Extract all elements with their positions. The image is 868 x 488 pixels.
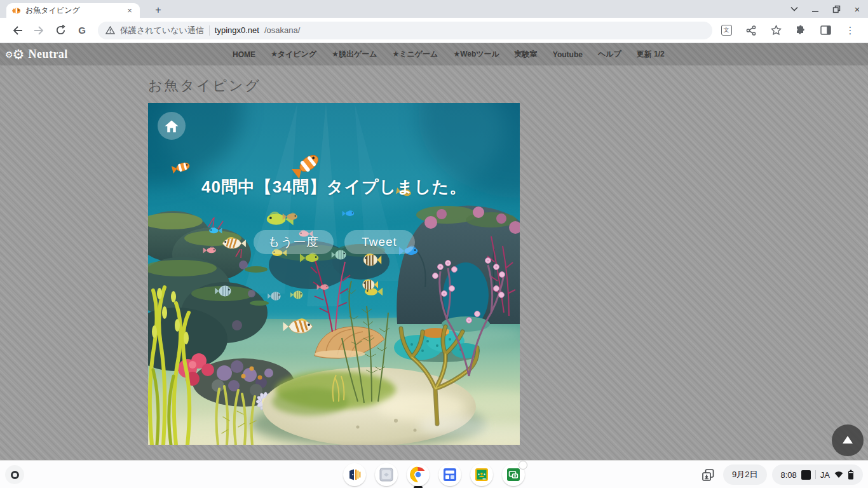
gray-tile-app-icon [379,467,394,482]
tweet-button[interactable]: Tweet [344,230,415,254]
nav-item-escape-game[interactable]: ★脱出ゲーム [332,49,377,60]
app-chrome[interactable] [407,463,430,486]
toolbar-actions: 文 ⋮ [719,23,862,38]
site-logo[interactable]: ⚙ ⚙ Neutral [5,47,68,62]
site-menu: HOME ★タイピング ★脱出ゲーム ★ミニゲーム ★Webツール 実験室 Yo… [233,43,665,65]
nav-item-youtube[interactable]: Youtube [553,50,583,59]
url-host: typingx0.net [215,25,259,35]
nav-item-updates[interactable]: 更新 1/2 [637,49,665,60]
restore-button[interactable] [832,4,841,13]
url-path: /osakana/ [264,25,300,35]
chrome-icon [410,466,426,483]
gear-large-icon: ⚙ [13,47,25,62]
tab-search-chevron-icon[interactable] [790,4,799,13]
forward-icon[interactable] [30,22,48,39]
nav-item-help[interactable]: ヘルプ [598,49,621,60]
address-bar[interactable]: 保護されていない通信 typingx0.net /osakana/ [98,22,712,39]
tote-tray-icon [702,468,715,482]
not-secure-warning-icon[interactable] [105,26,115,34]
app-classroom[interactable] [470,463,493,486]
holding-space-button[interactable] [698,464,718,485]
nav-item-mini-game[interactable]: ★ミニゲーム [393,49,438,60]
bookmark-star-icon[interactable] [768,23,783,38]
nav-item-home[interactable]: HOME [233,50,255,59]
result-buttons: もう一度 Tweet [148,230,520,254]
browser-toolbar: G 保護されていない通信 typingx0.net /osakana/ 文 [0,18,868,43]
page-content: お魚タイピング [0,65,868,460]
page-title: お魚タイピング [148,76,261,95]
extensions-puzzle-icon[interactable] [793,23,808,38]
classroom-icon [474,467,489,482]
status-pill[interactable]: 8:08 JA [772,464,863,485]
wifi-icon [834,471,843,478]
shelf-apps [343,463,525,486]
underwater-scene [148,103,520,445]
new-tab-button[interactable]: + [151,4,165,18]
game-canvas: 40問中【34問】タイプしました。 もう一度 Tweet [148,103,520,445]
minimize-button[interactable] [811,4,820,13]
retry-button[interactable]: もう一度 [254,230,334,254]
scroll-to-top-button[interactable] [832,424,864,456]
back-icon[interactable] [8,22,26,39]
nav-item-typing[interactable]: ★タイピング [271,49,316,60]
chromeos-screen: お魚タイピング × + × G [0,0,868,488]
app-door-blue-yellow[interactable] [343,463,366,486]
game-home-button[interactable] [158,112,186,140]
nav-item-lab[interactable]: 実験室 [515,49,538,60]
tray-divider [815,470,816,479]
reload-icon[interactable] [51,22,69,39]
tab-favicon-clownfish-icon [11,7,21,15]
tab-strip: お魚タイピング × + × [0,0,868,18]
security-label: 保護されていない通信 [120,25,204,36]
app-gray-tile[interactable] [375,463,398,486]
notification-square-icon [801,470,811,480]
door-app-icon [347,467,362,482]
window-controls: × [790,0,864,18]
tab-close-icon[interactable]: × [125,6,135,16]
google-g-icon[interactable]: G [73,22,91,39]
launcher-ring-icon [11,471,19,479]
omnibox-divider [209,25,210,36]
brand-name: Neutral [28,48,67,61]
home-icon [164,119,179,133]
result-text: 40問中【34問】タイプしました。 [148,176,520,198]
clock-label: 8:08 [781,470,797,480]
system-tray: 9月2日 8:08 JA [698,464,863,485]
triangle-up-icon [843,436,853,444]
blue-layout-app-icon [442,467,458,482]
browser-menu-icon[interactable]: ⋮ [843,23,858,38]
side-panel-icon[interactable] [818,23,833,38]
screenshare-app-icon [506,467,521,482]
ime-label: JA [820,470,830,480]
app-screenshare[interactable] [502,463,525,486]
app-notification-badge [519,461,527,470]
tab-title: お魚タイピング [25,5,120,16]
nav-item-web-tools[interactable]: ★Webツール [453,49,499,60]
browser-tab[interactable]: お魚タイピング × [6,3,140,18]
date-label: 9月2日 [732,469,757,480]
app-blue-layout[interactable] [438,463,461,486]
close-window-button[interactable]: × [853,4,862,13]
translate-icon[interactable]: 文 [719,23,734,38]
shelf: 9月2日 8:08 JA [0,460,868,488]
site-navbar: ⚙ ⚙ Neutral HOME ★タイピング ★脱出ゲーム ★ミニゲーム ★W… [0,43,868,65]
launcher-button[interactable] [5,465,24,484]
battery-icon [848,470,854,480]
share-icon[interactable] [743,23,759,38]
date-pill[interactable]: 9月2日 [723,464,766,485]
